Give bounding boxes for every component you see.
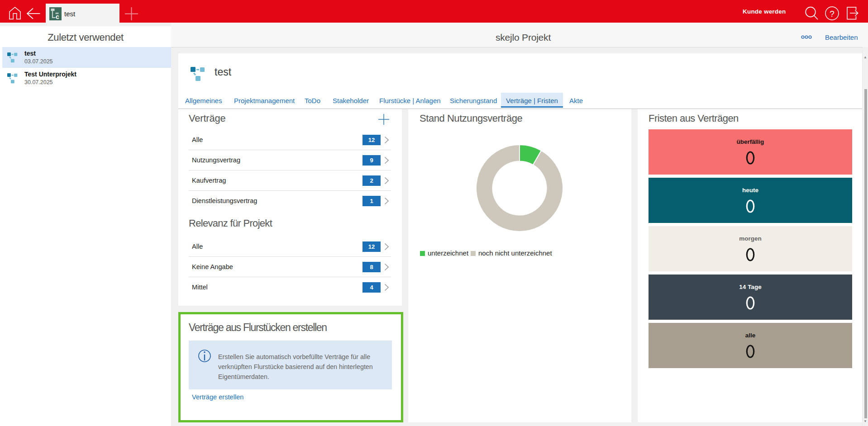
svg-text:c: c: [56, 13, 59, 20]
svg-text:?: ?: [830, 9, 835, 19]
